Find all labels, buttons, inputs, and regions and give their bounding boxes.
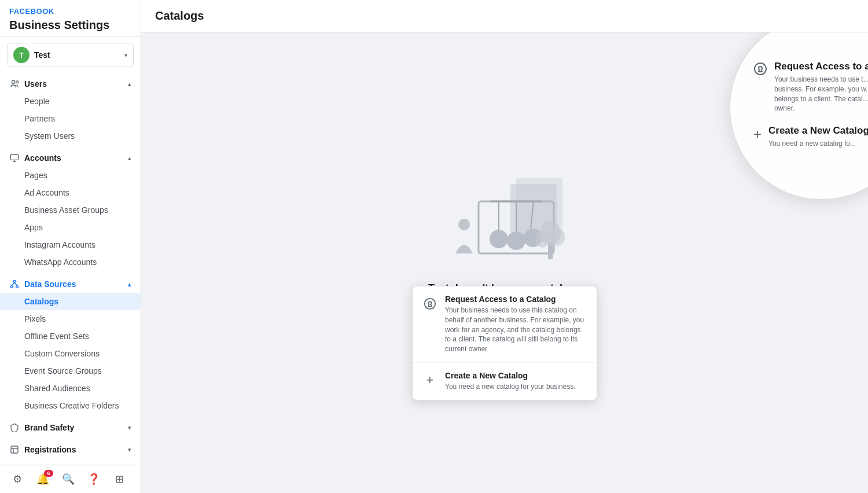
registrations-icon [9,444,20,455]
brand-safety-label: Brand Safety [24,423,74,432]
create-new-desc: You need a new catalog for your business… [445,382,587,392]
svg-point-0 [12,80,14,83]
business-selector[interactable]: T Test ▾ [7,43,134,67]
registrations-label: Registrations [24,445,76,454]
illustration [424,167,586,271]
nav-section-brand-safety: Brand Safety ▾ [0,417,141,436]
registrations-chevron-icon: ▾ [128,446,131,454]
zoom-request-access-desc: Your business needs to use t...business.… [774,75,868,113]
accounts-label: Accounts [24,153,61,163]
notification-badge: 6 [44,470,53,477]
sidebar: FACEBOOK Business Settings T Test ▾ User… [0,0,141,493]
data-sources-label: Data Sources [24,279,76,289]
nav-section-data-sources: Data Sources ▴ Catalogs Pixels Offline E… [0,273,141,414]
zoom-create-new-content: Create a New Catalog You need a new cata… [768,125,868,149]
sidebar-item-pixels[interactable]: Pixels [0,310,141,328]
main-area: Catalogs [141,0,868,493]
sidebar-item-apps[interactable]: Apps [0,219,141,236]
users-icon [9,79,20,89]
svg-point-5 [16,286,19,288]
svg-point-19 [507,231,525,250]
zoom-create-new-desc: You need a new catalog fo... [768,139,868,149]
sidebar-title: Business Settings [9,18,131,32]
zoom-request-access-icon [753,62,767,79]
zoom-overlay: Request Access to a Ca... Your business … [729,32,868,200]
sidebar-item-business-asset-groups[interactable]: Business Asset Groups [0,201,141,219]
users-chevron-icon: ▴ [128,80,131,88]
dropdown-item-create-new[interactable]: + Create a New Catalog You need a new ca… [413,363,597,400]
svg-line-7 [14,282,17,285]
svg-point-4 [10,286,13,288]
brand-safety-chevron-icon: ▾ [128,424,131,432]
brand-safety-section-header[interactable]: Brand Safety ▾ [0,417,141,436]
request-access-content: Request Access to a Catalog Your busines… [445,295,587,354]
users-section-header[interactable]: Users ▴ [0,73,141,93]
accounts-icon [9,153,20,163]
data-sources-section-header[interactable]: Data Sources ▴ [0,273,141,293]
sidebar-item-people[interactable]: People [0,93,141,110]
dropdown-item-request-access[interactable]: Request Access to a Catalog Your busines… [413,286,597,363]
accounts-chevron-icon: ▴ [128,154,131,162]
request-access-title: Request Access to a Catalog [445,295,587,304]
svg-point-21 [458,219,470,230]
sidebar-header: FACEBOOK Business Settings [0,0,141,37]
sidebar-item-instagram-accounts[interactable]: Instagram Accounts [0,236,141,253]
svg-rect-8 [11,446,18,453]
facebook-logo: FACEBOOK [9,7,131,16]
sidebar-item-partners[interactable]: Partners [0,110,141,127]
sidebar-footer: ⚙ 🔔 6 🔍 ❓ ⊞ [0,465,141,493]
registrations-section-header[interactable]: Registrations ▾ [0,439,141,458]
nav-section-registrations: Registrations ▾ [0,439,141,458]
brand-safety-icon [9,422,20,433]
business-name: Test [34,50,124,60]
nav-section-users: Users ▴ People Partners System Users [0,73,141,145]
data-sources-chevron-icon: ▴ [128,281,131,288]
users-label: Users [24,79,47,89]
data-sources-icon [9,279,20,289]
main-header: Catalogs [141,0,868,32]
zoom-request-access-content: Request Access to a Ca... Your business … [774,61,868,113]
request-access-icon [422,296,438,312]
sidebar-item-business-creative-folders[interactable]: Business Creative Folders [0,397,141,414]
notifications-icon[interactable]: 🔔 6 [35,471,51,487]
sidebar-item-custom-conversions[interactable]: Custom Conversions [0,345,141,362]
zoom-create-new-icon: + [753,126,762,142]
sidebar-item-system-users[interactable]: System Users [0,127,141,145]
sidebar-item-catalogs[interactable]: Catalogs [0,293,141,310]
svg-point-18 [490,230,508,248]
settings-icon[interactable]: ⚙ [9,471,25,487]
svg-point-3 [13,280,16,282]
help-icon[interactable]: ❓ [86,471,102,487]
zoom-item-create-new: + Create a New Catalog You need a new ca… [753,125,868,149]
sidebar-item-event-source-groups[interactable]: Event Source Groups [0,362,141,380]
svg-point-27 [755,63,766,75]
accounts-section-header[interactable]: Accounts ▴ [0,147,141,167]
request-access-desc: Your business needs to use this catalog … [445,306,587,354]
main-content: Test doesn't have any catalogs Manage Yo… [141,32,868,493]
svg-point-24 [535,230,549,248]
page-title: Catalogs [155,9,854,23]
sidebar-item-whatsapp-accounts[interactable]: WhatsApp Accounts [0,253,141,271]
search-icon[interactable]: 🔍 [60,471,76,487]
create-new-icon: + [422,372,438,388]
sidebar-item-pages[interactable]: Pages [0,167,141,184]
svg-point-1 [16,81,19,83]
svg-line-6 [12,282,14,285]
grid-icon[interactable]: ⊞ [111,471,127,487]
zoom-request-access-title: Request Access to a Ca... [774,61,868,72]
zoom-item-request-access: Request Access to a Ca... Your business … [753,61,868,113]
svg-point-25 [551,229,565,246]
chevron-down-icon: ▾ [124,52,127,58]
sidebar-item-ad-accounts[interactable]: Ad Accounts [0,184,141,201]
nav-section-accounts: Accounts ▴ Pages Ad Accounts Business As… [0,147,141,271]
svg-point-26 [425,299,435,309]
create-new-content: Create a New Catalog You need a new cata… [445,371,587,392]
add-dropdown-menu: Request Access to a Catalog Your busines… [412,286,597,400]
avatar: T [13,47,30,63]
sidebar-item-offline-event-sets[interactable]: Offline Event Sets [0,328,141,345]
zoom-create-new-title: Create a New Catalog [768,125,868,137]
create-new-title: Create a New Catalog [445,371,587,380]
sidebar-item-shared-audiences[interactable]: Shared Audiences [0,380,141,397]
svg-rect-2 [10,154,18,160]
